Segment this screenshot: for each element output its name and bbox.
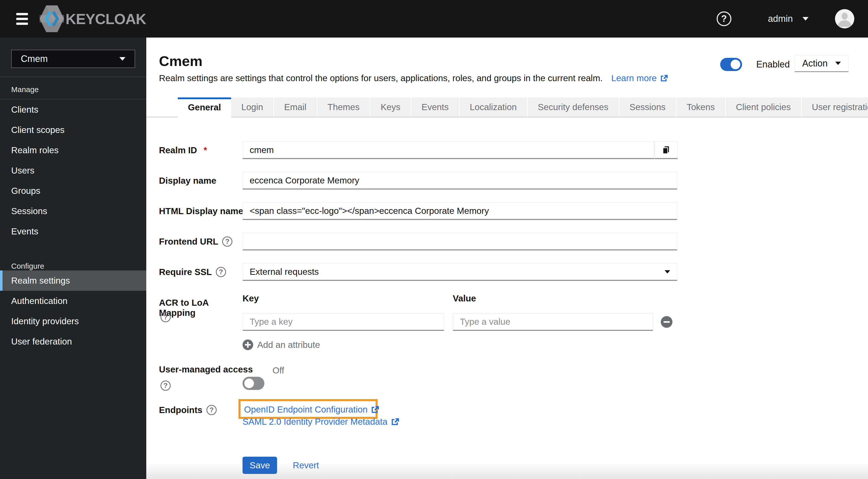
sidebar-item-identity-providers[interactable]: Identity providers [0,311,146,331]
tab-client-policies[interactable]: Client policies [726,97,802,117]
require-ssl-select[interactable]: External requests [243,263,677,281]
sidebar-item-clients[interactable]: Clients [0,99,146,120]
help-icon[interactable]: ? [216,267,226,277]
sidebar-item-sessions[interactable]: Sessions [0,201,146,221]
brand-text: KEYCLOAK [65,10,146,27]
page-title: Cmem [159,53,203,69]
external-link-icon [371,405,380,414]
sidebar-item-events[interactable]: Events [0,221,146,242]
sidebar-item-groups[interactable]: Groups [0,181,146,201]
sidebar-item-realm-roles[interactable]: Realm roles [0,140,146,160]
sidebar-item-realm-settings[interactable]: Realm settings [0,270,146,291]
tab-security-defenses[interactable]: Security defenses [528,97,619,117]
external-link-icon [391,417,400,426]
user-managed-access-toggle[interactable] [243,377,265,390]
html-display-name-label: HTML Display name [159,206,243,216]
user-managed-access-state: Off [273,365,284,375]
action-dropdown[interactable]: Action [794,55,849,72]
sidebar-item-users[interactable]: Users [0,160,146,181]
tab-events[interactable]: Events [411,97,460,117]
tab-tokens[interactable]: Tokens [677,97,726,117]
add-attribute-button[interactable]: Add an attribute [243,339,320,350]
display-name-input[interactable] [243,172,677,190]
acr-key-input[interactable] [243,313,444,331]
tab-sessions[interactable]: Sessions [619,97,677,117]
require-ssl-label: Require SSL ? [159,267,226,277]
copy-icon [661,145,671,155]
user-managed-access-label: User-managed access [159,364,253,374]
revert-button[interactable]: Revert [293,460,319,470]
masthead: KEYCLOAK ? admin [0,0,868,38]
nav-toggle-icon[interactable] [16,13,28,25]
realm-id-input[interactable] [243,141,654,159]
divider [0,77,146,77]
require-ssl-value: External requests [250,267,319,277]
sidebar-item-user-federation[interactable]: User federation [0,331,146,352]
enabled-label: Enabled [756,59,790,70]
learn-more-link[interactable]: Learn more [611,73,669,83]
chevron-down-icon [835,62,841,65]
acr-value-header: Value [453,293,476,303]
minus-icon [663,321,670,323]
tab-themes[interactable]: Themes [317,97,371,117]
keycloak-logo: KEYCLOAK [40,5,146,32]
user-menu[interactable]: admin [768,13,809,24]
acr-key-header: Key [243,293,259,303]
masthead-right: ? admin [717,9,854,28]
saml-metadata-link[interactable]: SAML 2.0 Identity Provider Metadata [243,417,400,427]
nav-group-manage: Manage [0,85,146,94]
chevron-down-icon [803,17,809,21]
required-asterisk: * [204,145,207,155]
frontend-url-input[interactable] [243,233,677,250]
enabled-toggle-group: Enabled [720,58,790,71]
realm-id-label: Realm ID * [159,145,207,155]
sidebar-item-authentication[interactable]: Authentication [0,291,146,311]
endpoints-label: Endpoints ? [159,405,217,415]
html-display-name-input[interactable] [243,202,677,220]
help-icon[interactable]: ? [160,381,170,391]
nav-group-configure: Configure [0,262,146,270]
frontend-url-label: Frontend URL ? [159,236,232,247]
keycloak-hexagon-icon [40,5,64,32]
help-icon[interactable]: ? [717,11,732,26]
plus-circle-icon [243,339,253,350]
tab-email[interactable]: Email [274,97,317,117]
realm-description-row: Realm settings are settings that control… [159,73,669,83]
chevron-down-icon [664,270,670,273]
tab-general[interactable]: General [178,97,231,117]
realm-description: Realm settings are settings that control… [159,73,602,83]
realm-selector-value: Cmem [21,54,48,64]
enabled-toggle[interactable] [720,58,742,71]
acr-mapping-label: ACR to LoA Mapping [159,298,240,318]
save-button[interactable]: Save [243,457,277,474]
tab-localization[interactable]: Localization [460,97,528,117]
tab-keys[interactable]: Keys [371,97,411,117]
realm-selector[interactable]: Cmem [11,50,135,68]
avatar[interactable] [835,9,854,28]
realm-settings-tabs: General Login Email Themes Keys Events L… [146,97,868,117]
main-content: Cmem Realm settings are settings that co… [146,38,868,479]
display-name-label: Display name [159,176,216,186]
tab-login[interactable]: Login [231,97,274,117]
openid-endpoint-configuration-link[interactable]: OpenID Endpoint Configuration [244,404,380,415]
help-icon[interactable]: ? [207,405,217,415]
external-link-icon [660,74,669,82]
sidebar: Cmem Manage Clients Client scopes Realm … [0,38,146,479]
tab-user-registration[interactable]: User registration [802,97,868,117]
help-icon[interactable]: ? [160,312,170,322]
person-icon [835,9,854,28]
username: admin [768,13,793,24]
help-icon[interactable]: ? [222,236,232,247]
remove-attribute-button[interactable] [661,316,673,328]
copy-button[interactable] [654,141,678,159]
chevron-down-icon [119,57,125,61]
sidebar-item-client-scopes[interactable]: Client scopes [0,120,146,140]
acr-value-input[interactable] [453,313,653,331]
